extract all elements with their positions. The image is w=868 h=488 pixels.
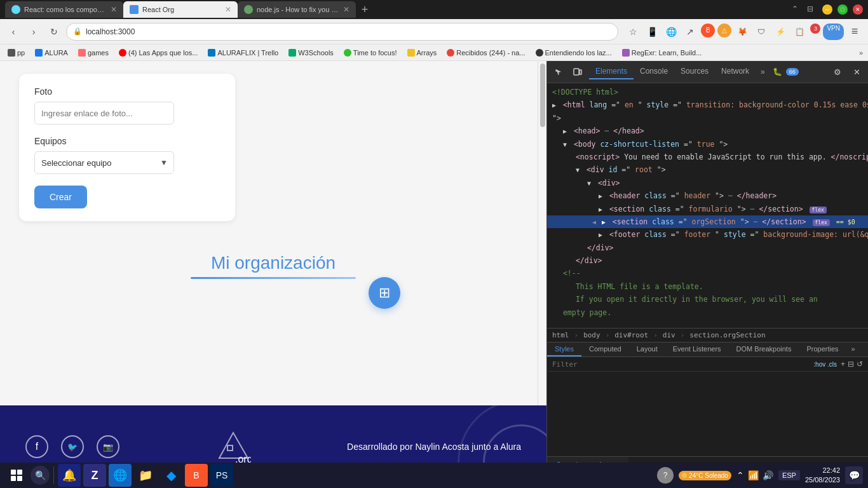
devtools-tabs-more[interactable]: »	[756, 65, 770, 79]
taskbar-app-powershell[interactable]: PS	[210, 464, 233, 487]
html-line-html[interactable]: ▶ <html lang =" en " style =" transition…	[547, 98, 868, 111]
tab-nodejs[interactable]: node.js - How to fix you need to enabl..…	[238, 1, 356, 18]
bookmark-focus[interactable]: Time to focus!	[341, 48, 400, 57]
new-tab-button[interactable]: +	[356, 1, 374, 18]
html-line-comment-3[interactable]: empty page.	[547, 306, 868, 319]
devtools-settings-button[interactable]: ⚙	[830, 64, 845, 79]
tab-react-org[interactable]: React Org ✕	[123, 1, 238, 18]
tray-arrow-up[interactable]: ⌃	[736, 470, 744, 480]
html-line-close-div1[interactable]: </div>	[547, 241, 868, 254]
extension-2-button[interactable]: 🛡	[753, 24, 770, 40]
bookmark-arrays[interactable]: Arrays	[405, 48, 440, 57]
breadcrumb-div[interactable]: div	[663, 331, 675, 339]
add-org-button[interactable]: ⊞	[369, 277, 400, 309]
html-line-orgsection[interactable]: ◀ ▶ <section class =" orgSection "> ⋯ </…	[547, 215, 868, 228]
html-line-formulario[interactable]: ▶ <section class =" formulario "> ⋯ </se…	[547, 203, 868, 215]
devtools-close-button[interactable]: ✕	[849, 64, 864, 79]
window-restore[interactable]: ⊟	[807, 4, 813, 15]
footer-triangle[interactable]: ▶	[599, 230, 605, 240]
vpn-badge[interactable]: VPN	[823, 24, 844, 40]
html-line-doctype[interactable]: <!DOCTYPE html>	[547, 86, 868, 98]
close-button[interactable]: ✕	[853, 4, 863, 15]
bookmark-regex[interactable]: RegExr: Learn, Build...	[620, 48, 705, 57]
taskbar-app-brave[interactable]: B	[185, 464, 208, 487]
div-root-triangle[interactable]: ▼	[576, 165, 582, 175]
taskbar-app-z[interactable]: Z	[83, 464, 106, 487]
html-line-body[interactable]: ▼ <body cz-shortcut-listen =" true ">	[547, 138, 868, 151]
extension-1-button[interactable]: 🦊	[734, 24, 750, 40]
devtools-inspect-button[interactable]	[551, 64, 566, 79]
styles-filter-input[interactable]	[552, 360, 810, 369]
html-line-div-root[interactable]: ▼ <div id =" root ">	[547, 163, 868, 176]
styles-tab-layout[interactable]: Layout	[629, 342, 665, 356]
filter-copy-icon[interactable]: ⊟	[848, 360, 854, 369]
extension-4-button[interactable]: 📋	[791, 24, 808, 40]
translate-button[interactable]: 🌐	[663, 24, 679, 40]
share-button[interactable]: ↗	[682, 24, 698, 40]
styles-tab-events[interactable]: Event Listeners	[665, 342, 729, 356]
twitter-icon[interactable]: 🐦	[61, 435, 84, 458]
taskbar-app-files[interactable]: 📁	[134, 464, 157, 487]
brave-icon[interactable]: B	[701, 24, 715, 37]
help-button[interactable]: ?	[657, 467, 674, 484]
equipos-select[interactable]: Seleccionar equipo Frontend Backend DevO…	[34, 151, 174, 174]
tray-volume-icon[interactable]: 🔊	[763, 470, 773, 480]
body-triangle[interactable]: ▼	[563, 140, 569, 150]
devtools-tab-console[interactable]: Console	[634, 64, 674, 79]
html-line-close-div2[interactable]: </div>	[547, 254, 868, 267]
bookmarks-more-button[interactable]: »	[859, 49, 863, 57]
menu-button[interactable]: ≡	[846, 24, 863, 40]
forward-button[interactable]: ›	[25, 24, 42, 40]
crear-button[interactable]: Crear	[34, 186, 87, 208]
tab-close-3[interactable]: ✕	[343, 5, 349, 14]
styles-tabs-more[interactable]: »	[846, 342, 860, 356]
back-button[interactable]: ‹	[5, 24, 22, 40]
styles-tab-computed[interactable]: Computed	[581, 342, 629, 356]
breadcrumb-orgsection[interactable]: section.orgSection	[689, 331, 765, 339]
formulario-triangle[interactable]: ▶	[599, 205, 605, 215]
html-line-div[interactable]: ▼ <div>	[547, 177, 868, 189]
tab-react-components[interactable]: React: como los componentes funcio... ✕	[5, 1, 123, 18]
bookmark-w3schools[interactable]: W3Schools	[286, 48, 336, 57]
bookmark-entendiendo[interactable]: Entendiendo los laz...	[533, 48, 614, 57]
filter-refresh-icon[interactable]: ↺	[857, 360, 863, 369]
filter-add-icon[interactable]: +	[841, 360, 845, 369]
tab-close-2[interactable]: ✕	[225, 5, 231, 14]
taskbar-app-notification[interactable]: 🔔	[58, 464, 81, 487]
html-line-comment-2[interactable]: If you open it directly in the browser, …	[547, 293, 868, 306]
orgsection-triangle[interactable]: ▶	[602, 217, 608, 227]
devtools-tab-sources[interactable]: Sources	[674, 64, 715, 79]
breadcrumb-html[interactable]: html	[552, 331, 569, 339]
html-line-comment-open[interactable]: <!--	[547, 267, 868, 280]
html-line-html-close-partial[interactable]: ">	[547, 112, 868, 125]
bookmark-pp[interactable]: pp	[5, 48, 27, 57]
foto-input[interactable]	[34, 102, 174, 125]
search-button[interactable]: 🔍	[31, 466, 50, 485]
html-line-footer[interactable]: ▶ <footer class =" footer " style =" bac…	[547, 228, 868, 241]
breadcrumb-body[interactable]: body	[583, 331, 600, 339]
bookmark-alura[interactable]: ALURA	[32, 48, 71, 57]
brave-rewards-icon[interactable]: △	[717, 24, 731, 37]
html-line-header[interactable]: ▶ <header class =" header "> ⋯ </header>	[547, 189, 868, 202]
styles-tab-properties[interactable]: Properties	[799, 342, 846, 356]
language-badge[interactable]: ESP	[778, 470, 800, 480]
devtools-device-button[interactable]	[570, 64, 585, 79]
bookmark-trello[interactable]: ALURAFLIX | Trello	[205, 48, 281, 57]
bookmark-games[interactable]: games	[76, 48, 111, 57]
system-clock[interactable]: 22:42 25/08/2023	[805, 466, 840, 485]
start-button[interactable]	[5, 464, 28, 487]
taskbar-app-vscode[interactable]: ◆	[159, 464, 182, 487]
reload-button[interactable]: ↻	[46, 24, 62, 40]
extension-3-button[interactable]: ⚡	[772, 24, 789, 40]
taskbar-app-chrome[interactable]: 🌐	[109, 464, 132, 487]
minimize-button[interactable]: ─	[822, 4, 832, 15]
html-triangle[interactable]: ▶	[552, 100, 559, 111]
header-triangle[interactable]: ▶	[599, 191, 605, 201]
styles-tab-dom-breakpoints[interactable]: DOM Breakpoints	[729, 342, 799, 356]
devtools-tab-network[interactable]: Network	[715, 64, 756, 79]
phone-button[interactable]: 📱	[644, 24, 660, 40]
address-bar[interactable]: 🔒 localhost:3000	[66, 23, 618, 41]
tray-network-icon[interactable]: 📶	[748, 470, 759, 480]
devtools-tab-elements[interactable]: Elements	[589, 64, 634, 79]
head-triangle[interactable]: ▶	[563, 126, 569, 137]
